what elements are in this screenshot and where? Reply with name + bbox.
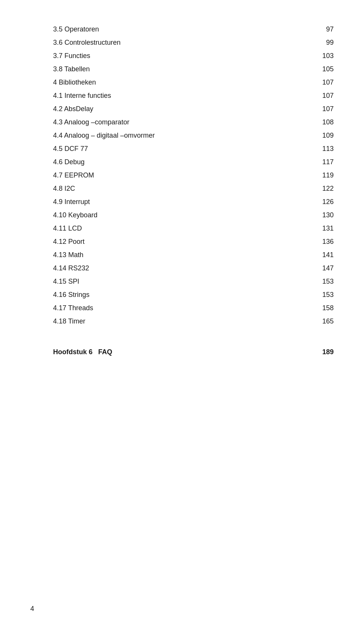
toc-row: 3.6 Controlestructuren99 xyxy=(53,36,334,49)
toc-page: 122 xyxy=(318,182,334,195)
toc-label: 4.9 Interrupt xyxy=(53,195,155,209)
toc-label: 3.6 Controlestructuren xyxy=(53,36,155,49)
toc-page: 130 xyxy=(318,209,334,222)
page-content: 3.5 Operatoren973.6 Controlestructuren99… xyxy=(0,0,364,382)
toc-row: 3.8 Tabellen105 xyxy=(53,63,334,76)
toc-page: 99 xyxy=(318,36,334,49)
toc-dots xyxy=(155,116,318,129)
toc-dots xyxy=(155,23,318,36)
page-footer: 4 xyxy=(30,605,34,613)
toc-row: 3.5 Operatoren97 xyxy=(53,23,334,36)
toc-label: 4.2 AbsDelay xyxy=(53,102,155,116)
chapter-page: 189 xyxy=(318,344,334,359)
toc-label: 4.14 RS232 xyxy=(53,262,155,275)
toc-page: 158 xyxy=(318,301,334,315)
toc-page: 113 xyxy=(318,142,334,155)
toc-page: 103 xyxy=(318,49,334,63)
toc-row: 4.17 Threads158 xyxy=(53,301,334,315)
toc-row: 4 Bibliotheken107 xyxy=(53,76,334,89)
toc-dots xyxy=(155,315,318,328)
toc-dots xyxy=(155,288,318,301)
toc-row: 4.13 Math141 xyxy=(53,248,334,262)
toc-label: 4.17 Threads xyxy=(53,301,155,315)
toc-dots xyxy=(155,102,318,116)
toc-label: 4.10 Keyboard xyxy=(53,209,155,222)
chapter-label: Hoofdstuk 6 FAQ xyxy=(53,344,112,359)
toc-page: 108 xyxy=(318,116,334,129)
toc-label: 4 Bibliotheken xyxy=(53,76,155,89)
toc-label: 4.4 Analoog – digitaal –omvormer xyxy=(53,129,155,142)
toc-row: 4.6 Debug117 xyxy=(53,155,334,169)
toc-row: 4.4 Analoog – digitaal –omvormer109 xyxy=(53,129,334,142)
toc-page: 141 xyxy=(318,248,334,262)
toc-row: 4.9 Interrupt126 xyxy=(53,195,334,209)
toc-label: 4.18 Timer xyxy=(53,315,155,328)
toc-dots xyxy=(155,248,318,262)
toc-row: 4.10 Keyboard130 xyxy=(53,209,334,222)
toc-label: 4.16 Strings xyxy=(53,288,155,301)
toc-label: 4.12 Poort xyxy=(53,235,155,248)
toc-label: 4.7 EEPROM xyxy=(53,169,155,182)
toc-row: 4.14 RS232147 xyxy=(53,262,334,275)
toc-page: 153 xyxy=(318,275,334,288)
toc-row: 4.2 AbsDelay107 xyxy=(53,102,334,116)
chapter-table: Hoofdstuk 6 FAQ189 xyxy=(53,344,334,359)
toc-label: 4.15 SPI xyxy=(53,275,155,288)
toc-page: 131 xyxy=(318,222,334,235)
toc-dots xyxy=(155,89,318,102)
toc-label: 4.8 I2C xyxy=(53,182,155,195)
toc-row: 4.5 DCF 77113 xyxy=(53,142,334,155)
toc-row: 4.12 Poort136 xyxy=(53,235,334,248)
toc-dots xyxy=(155,262,318,275)
toc-page: 109 xyxy=(318,129,334,142)
toc-label: 4.1 Interne functies xyxy=(53,89,155,102)
toc-label: 4.13 Math xyxy=(53,248,155,262)
toc-dots xyxy=(155,182,318,195)
toc-page: 165 xyxy=(318,315,334,328)
toc-page: 136 xyxy=(318,235,334,248)
toc-row: 4.1 Interne functies107 xyxy=(53,89,334,102)
toc-row: 4.15 SPI153 xyxy=(53,275,334,288)
toc-dots xyxy=(155,209,318,222)
chapter-dots xyxy=(112,344,318,359)
toc-dots xyxy=(155,275,318,288)
toc-row: 4.16 Strings153 xyxy=(53,288,334,301)
toc-row: 4.8 I2C122 xyxy=(53,182,334,195)
toc-dots xyxy=(155,63,318,76)
toc-row: 4.7 EEPROM119 xyxy=(53,169,334,182)
toc-label: 3.8 Tabellen xyxy=(53,63,155,76)
page-number: 4 xyxy=(30,605,34,612)
toc-dots xyxy=(155,169,318,182)
toc-dots xyxy=(155,76,318,89)
toc-row: 4.3 Analoog –comparator108 xyxy=(53,116,334,129)
toc-page: 147 xyxy=(318,262,334,275)
toc-label: 4.5 DCF 77 xyxy=(53,142,155,155)
toc-label: 4.6 Debug xyxy=(53,155,155,169)
toc-label: 3.5 Operatoren xyxy=(53,23,155,36)
toc-dots xyxy=(155,222,318,235)
toc-page: 107 xyxy=(318,76,334,89)
toc-dots xyxy=(155,142,318,155)
toc-dots xyxy=(155,49,318,63)
toc-dots xyxy=(155,129,318,142)
toc-dots xyxy=(155,155,318,169)
toc-page: 117 xyxy=(318,155,334,169)
toc-dots xyxy=(155,301,318,315)
toc-label: 3.7 Functies xyxy=(53,49,155,63)
toc-page: 105 xyxy=(318,63,334,76)
chapter-row: Hoofdstuk 6 FAQ189 xyxy=(53,344,334,359)
toc-dots xyxy=(155,195,318,209)
toc-page: 97 xyxy=(318,23,334,36)
toc-dots xyxy=(155,235,318,248)
toc-row: 4.18 Timer165 xyxy=(53,315,334,328)
toc-page: 107 xyxy=(318,89,334,102)
toc-row: 3.7 Functies103 xyxy=(53,49,334,63)
toc-label: 4.11 LCD xyxy=(53,222,155,235)
toc-dots xyxy=(155,36,318,49)
toc-row: 4.11 LCD131 xyxy=(53,222,334,235)
toc-page: 119 xyxy=(318,169,334,182)
toc-label: 4.3 Analoog –comparator xyxy=(53,116,155,129)
toc-page: 126 xyxy=(318,195,334,209)
toc-page: 153 xyxy=(318,288,334,301)
toc-page: 107 xyxy=(318,102,334,116)
